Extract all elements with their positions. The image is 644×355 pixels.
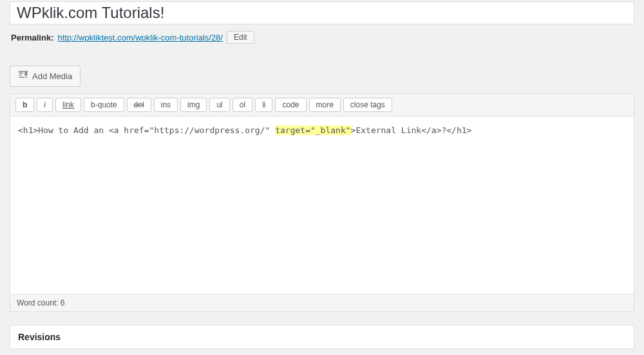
- revisions-title: Revisions: [18, 332, 626, 342]
- toolbar-code-button[interactable]: code: [275, 98, 306, 112]
- toolbar-close-tags-button[interactable]: close tags: [343, 98, 392, 112]
- toolbar-li-button[interactable]: li: [255, 98, 272, 112]
- toolbar-ins-button[interactable]: ins: [154, 98, 178, 112]
- content-textarea[interactable]: <h1>How to Add an <a href="https://wordp…: [10, 116, 634, 294]
- camera-music-icon: [18, 70, 28, 82]
- revisions-panel[interactable]: Revisions: [10, 325, 634, 349]
- editor-box: b i link b-quote del ins img ul ol li co…: [10, 93, 634, 312]
- permalink-link[interactable]: http://wpkliktest.com/wpklik-com-tutoria…: [57, 33, 222, 42]
- permalink-prefix: http://wpkliktest.com/: [57, 33, 135, 42]
- add-media-label: Add Media: [32, 71, 72, 81]
- editor-status-bar: Word count: 6: [10, 294, 634, 311]
- word-count-value: 6: [61, 298, 65, 307]
- toolbar-bold-button[interactable]: b: [15, 98, 34, 112]
- toolbar-link-button[interactable]: link: [55, 98, 81, 112]
- toolbar-del-button[interactable]: del: [127, 98, 151, 112]
- toolbar-more-button[interactable]: more: [309, 98, 341, 112]
- toolbar-ol-button[interactable]: ol: [232, 98, 252, 112]
- quicktags-toolbar: b i link b-quote del ins img ul ol li co…: [10, 94, 634, 116]
- content-seg2: >External Link</a>?</h1>: [351, 125, 472, 135]
- toolbar-italic-button[interactable]: i: [37, 98, 53, 112]
- post-title-box[interactable]: [10, 1, 634, 24]
- permalink-row: Permalink: http://wpkliktest.com/wpklik-…: [10, 31, 634, 44]
- word-count-label: Word count:: [17, 298, 61, 307]
- add-media-button[interactable]: Add Media: [10, 66, 80, 87]
- toolbar-ul-button[interactable]: ul: [209, 98, 229, 112]
- permalink-slug: wpklik-com-tutorials: [135, 33, 209, 42]
- post-title-input[interactable]: [17, 4, 627, 22]
- toolbar-bquote-button[interactable]: b-quote: [84, 98, 124, 112]
- edit-permalink-button[interactable]: Edit: [227, 31, 254, 44]
- permalink-label: Permalink:: [11, 33, 53, 42]
- content-highlight: target="_blank": [275, 125, 350, 135]
- permalink-suffix: /28/: [209, 33, 223, 42]
- content-seg1: <h1>How to Add an <a href="https://wordp…: [18, 125, 275, 135]
- toolbar-img-button[interactable]: img: [180, 98, 207, 112]
